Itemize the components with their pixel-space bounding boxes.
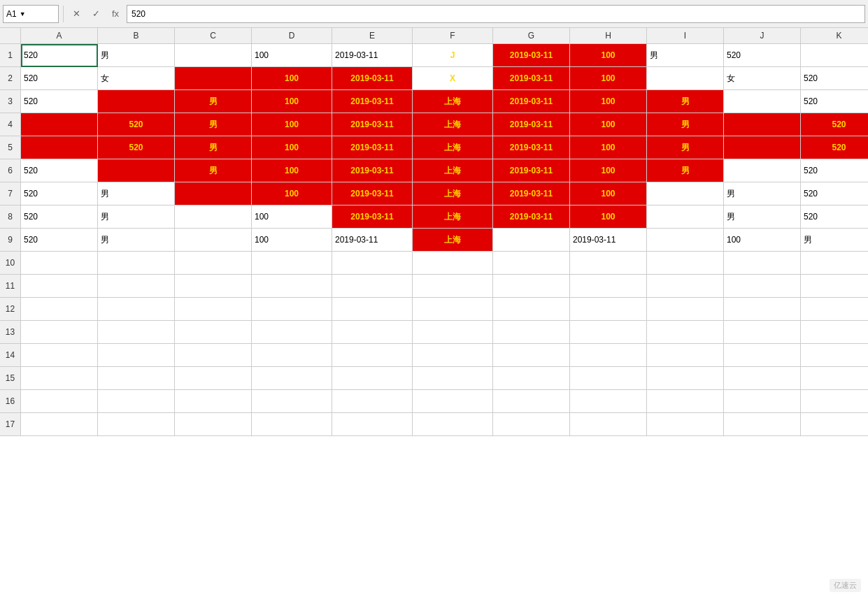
- cell-15-K[interactable]: [801, 367, 868, 390]
- cell-4-G[interactable]: 2019-03-11: [493, 113, 570, 136]
- cell-4-J[interactable]: [724, 113, 801, 136]
- cell-6-H[interactable]: 100: [570, 159, 647, 182]
- col-header-D[interactable]: D: [252, 28, 332, 43]
- cell-16-I[interactable]: [647, 390, 724, 413]
- cell-11-H[interactable]: [570, 275, 647, 298]
- cell-12-G[interactable]: [493, 298, 570, 321]
- cell-4-I[interactable]: 男: [647, 113, 724, 136]
- cell-13-D[interactable]: [252, 321, 332, 344]
- cell-8-B[interactable]: 男: [98, 205, 175, 229]
- cell-6-G[interactable]: 2019-03-11: [493, 159, 570, 182]
- cell-1-D[interactable]: 100: [252, 44, 332, 67]
- cell-4-A[interactable]: [21, 113, 98, 136]
- cell-12-I[interactable]: [647, 298, 724, 321]
- cell-1-C[interactable]: [175, 44, 252, 67]
- cell-12-E[interactable]: [332, 298, 413, 321]
- cell-7-I[interactable]: [647, 182, 724, 205]
- cell-9-E[interactable]: 2019-03-11: [332, 229, 413, 252]
- cell-3-F[interactable]: 上海: [413, 90, 493, 113]
- cell-5-I[interactable]: 男: [647, 136, 724, 159]
- cell-15-F[interactable]: [413, 367, 493, 390]
- cell-11-A[interactable]: [21, 275, 98, 298]
- cell-6-C[interactable]: 男: [175, 159, 252, 182]
- cell-10-C[interactable]: [175, 252, 252, 275]
- cell-9-I[interactable]: [647, 229, 724, 252]
- cell-5-C[interactable]: 男: [175, 136, 252, 159]
- cell-1-K[interactable]: [801, 44, 868, 67]
- cell-5-A[interactable]: [21, 136, 98, 159]
- cell-17-B[interactable]: [98, 413, 175, 436]
- cell-6-K[interactable]: 520: [801, 159, 868, 182]
- cell-15-B[interactable]: [98, 367, 175, 390]
- cell-10-G[interactable]: [493, 252, 570, 275]
- cell-9-D[interactable]: 100: [252, 229, 332, 252]
- cell-1-F[interactable]: J: [413, 44, 493, 67]
- col-header-H[interactable]: H: [570, 28, 647, 43]
- cell-6-E[interactable]: 2019-03-11: [332, 159, 413, 182]
- cell-14-G[interactable]: [493, 344, 570, 367]
- cell-5-J[interactable]: [724, 136, 801, 159]
- cell-7-A[interactable]: 520: [21, 182, 98, 205]
- cell-16-G[interactable]: [493, 390, 570, 413]
- cell-2-D[interactable]: 100: [252, 67, 332, 90]
- cell-10-B[interactable]: [98, 252, 175, 275]
- formula-bar[interactable]: 520: [127, 5, 865, 23]
- cell-15-D[interactable]: [252, 367, 332, 390]
- cell-4-B[interactable]: 520: [98, 113, 175, 136]
- cell-16-E[interactable]: [332, 390, 413, 413]
- cell-14-H[interactable]: [570, 344, 647, 367]
- cell-8-D[interactable]: 100: [252, 205, 332, 229]
- cell-1-B[interactable]: 男: [98, 44, 175, 67]
- cell-11-F[interactable]: [413, 275, 493, 298]
- col-header-A[interactable]: A: [21, 28, 98, 43]
- cell-4-F[interactable]: 上海: [413, 113, 493, 136]
- cell-17-I[interactable]: [647, 413, 724, 436]
- cell-1-H[interactable]: 100: [570, 44, 647, 67]
- cell-16-B[interactable]: [98, 390, 175, 413]
- cell-5-H[interactable]: 100: [570, 136, 647, 159]
- cell-13-E[interactable]: [332, 321, 413, 344]
- cell-16-A[interactable]: [21, 390, 98, 413]
- cell-8-E[interactable]: 2019-03-11: [332, 205, 413, 229]
- cell-2-J[interactable]: 女: [724, 67, 801, 90]
- cell-12-B[interactable]: [98, 298, 175, 321]
- cell-12-K[interactable]: [801, 298, 868, 321]
- cell-14-C[interactable]: [175, 344, 252, 367]
- cell-8-A[interactable]: 520: [21, 205, 98, 229]
- cell-8-F[interactable]: 上海: [413, 205, 493, 229]
- cell-3-K[interactable]: 520: [801, 90, 868, 113]
- cell-17-A[interactable]: [21, 413, 98, 436]
- cell-12-D[interactable]: [252, 298, 332, 321]
- cell-5-E[interactable]: 2019-03-11: [332, 136, 413, 159]
- cell-14-I[interactable]: [647, 344, 724, 367]
- cell-14-A[interactable]: [21, 344, 98, 367]
- cell-14-D[interactable]: [252, 344, 332, 367]
- cell-3-C[interactable]: 男: [175, 90, 252, 113]
- cell-17-H[interactable]: [570, 413, 647, 436]
- cell-12-C[interactable]: [175, 298, 252, 321]
- cell-10-F[interactable]: [413, 252, 493, 275]
- cell-16-K[interactable]: [801, 390, 868, 413]
- cell-10-J[interactable]: [724, 252, 801, 275]
- cell-12-A[interactable]: [21, 298, 98, 321]
- cell-5-B[interactable]: 520: [98, 136, 175, 159]
- cell-2-G[interactable]: 2019-03-11: [493, 67, 570, 90]
- cell-4-H[interactable]: 100: [570, 113, 647, 136]
- cell-12-J[interactable]: [724, 298, 801, 321]
- cell-16-J[interactable]: [724, 390, 801, 413]
- cell-ref-box[interactable]: A1 ▼: [3, 5, 59, 23]
- cell-10-H[interactable]: [570, 252, 647, 275]
- cell-1-E[interactable]: 2019-03-11: [332, 44, 413, 67]
- cell-17-D[interactable]: [252, 413, 332, 436]
- cell-13-C[interactable]: [175, 321, 252, 344]
- cell-6-B[interactable]: [98, 159, 175, 182]
- cell-2-I[interactable]: [647, 67, 724, 90]
- cell-9-B[interactable]: 男: [98, 229, 175, 252]
- cell-1-J[interactable]: 520: [724, 44, 801, 67]
- cell-7-C[interactable]: [175, 182, 252, 205]
- cancel-button[interactable]: ✕: [68, 6, 85, 22]
- cell-11-I[interactable]: [647, 275, 724, 298]
- cell-17-F[interactable]: [413, 413, 493, 436]
- cell-11-C[interactable]: [175, 275, 252, 298]
- cell-8-K[interactable]: 520: [801, 205, 868, 229]
